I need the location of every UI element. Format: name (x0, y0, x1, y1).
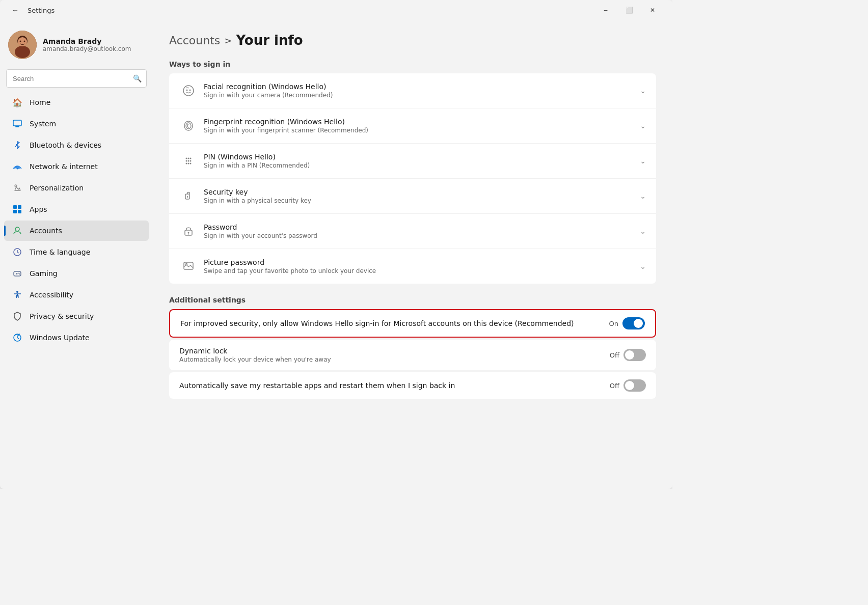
search-input[interactable] (6, 69, 147, 88)
dynamic-lock-desc: Automatically lock your device when you'… (179, 356, 600, 363)
sidebar-item-personalization[interactable]: Personalization (4, 178, 149, 198)
sidebar-item-system[interactable]: System (4, 114, 149, 134)
sidebar-item-label-bluetooth: Bluetooth & devices (30, 141, 101, 149)
privacy-icon (12, 311, 22, 321)
minimize-button[interactable]: – (594, 2, 617, 18)
gaming-icon (12, 268, 22, 279)
sidebar-item-accessibility[interactable]: Accessibility (4, 285, 149, 305)
sidebar-item-gaming[interactable]: Gaming (4, 263, 149, 284)
maximize-button[interactable]: ⬜ (617, 2, 641, 18)
picture-password-name: Picture password (204, 258, 640, 266)
windows-hello-only-name: For improved security, only allow Window… (180, 319, 599, 327)
fingerprint-item[interactable]: Fingerprint recognition (Windows Hello) … (169, 108, 656, 144)
dynamic-lock-item: Dynamic lock Automatically lock your dev… (169, 340, 656, 370)
sidebar-item-label-system: System (30, 120, 56, 128)
windows-hello-only-item: For improved security, only allow Window… (169, 309, 656, 338)
facial-recognition-text: Facial recognition (Windows Hello) Sign … (204, 82, 640, 99)
dynamic-lock-toggle[interactable] (623, 349, 646, 361)
sidebar-item-accounts[interactable]: Accounts (4, 221, 149, 241)
svg-rect-6 (13, 120, 21, 126)
svg-point-3 (18, 37, 27, 46)
sidebar-item-label-network: Network & internet (30, 162, 98, 171)
sidebar-item-bluetooth[interactable]: Bluetooth & devices (4, 135, 149, 155)
facial-recognition-item[interactable]: Facial recognition (Windows Hello) Sign … (169, 73, 656, 108)
svg-point-28 (183, 86, 194, 96)
network-icon (12, 161, 22, 172)
facial-recognition-name: Facial recognition (Windows Hello) (204, 82, 640, 91)
sidebar-item-label-update: Windows Update (30, 334, 90, 342)
sidebar-item-home[interactable]: 🏠 Home (4, 92, 149, 113)
windows-hello-only-toggle[interactable] (622, 317, 645, 329)
sign-in-options-card: Facial recognition (Windows Hello) Sign … (169, 73, 656, 284)
windows-hello-only-status: On (609, 320, 618, 327)
auto-save-apps-name: Automatically save my restartable apps a… (179, 381, 600, 390)
svg-point-16 (15, 227, 19, 231)
sidebar-item-label-home: Home (30, 98, 50, 106)
svg-point-38 (188, 163, 189, 164)
security-key-desc: Sign in with a physical security key (204, 197, 640, 204)
svg-point-4 (20, 41, 21, 42)
update-icon (12, 333, 22, 343)
picture-password-desc: Swipe and tap your favorite photo to unl… (204, 267, 640, 274)
system-icon (12, 119, 22, 129)
svg-rect-12 (13, 205, 17, 209)
apps-icon (12, 204, 22, 214)
svg-point-33 (190, 158, 192, 159)
pin-desc: Sign in with a PIN (Recommended) (204, 162, 640, 169)
main-content: Accounts > Your info Ways to sign in Fac… (153, 20, 672, 489)
pin-chevron-icon: ⌄ (640, 157, 646, 165)
sidebar-item-time[interactable]: Time & language (4, 242, 149, 262)
svg-point-36 (190, 160, 192, 162)
sidebar-item-label-accounts: Accounts (30, 227, 62, 235)
accounts-icon (12, 226, 22, 236)
sidebar-item-network[interactable]: Network & internet (4, 156, 149, 177)
toggle-knob (625, 350, 634, 360)
titlebar: ← Settings – ⬜ ✕ (0, 0, 672, 20)
breadcrumb-separator: > (224, 35, 232, 46)
auto-save-apps-text: Automatically save my restartable apps a… (179, 381, 600, 390)
dynamic-lock-toggle-right: Off (610, 349, 646, 361)
avatar (8, 31, 37, 59)
sidebar-item-apps[interactable]: Apps (4, 199, 149, 219)
close-button[interactable]: ✕ (641, 2, 664, 18)
back-button[interactable]: ← (8, 3, 22, 17)
fingerprint-desc: Sign in with your fingerprint scanner (R… (204, 127, 640, 134)
time-icon (12, 247, 22, 257)
svg-point-5 (24, 41, 25, 42)
svg-point-10 (17, 168, 18, 170)
toggle-knob (634, 319, 643, 328)
fingerprint-name: Fingerprint recognition (Windows Hello) (204, 118, 640, 126)
user-name: Amanda Brady (43, 37, 131, 45)
password-item[interactable]: Password Sign in with your account's pas… (169, 214, 656, 249)
avatar-image (8, 31, 37, 59)
facial-recognition-desc: Sign in with your camera (Recommended) (204, 92, 640, 99)
titlebar-left: ← Settings (8, 3, 55, 17)
breadcrumb-parent: Accounts (169, 34, 220, 47)
fingerprint-text: Fingerprint recognition (Windows Hello) … (204, 118, 640, 134)
svg-point-35 (188, 160, 189, 162)
additional-settings-heading: Additional settings (169, 296, 656, 304)
svg-point-29 (186, 90, 188, 91)
picture-password-icon (179, 257, 198, 276)
pin-icon (179, 152, 198, 170)
sidebar-item-label-personalization: Personalization (30, 184, 84, 192)
sidebar-item-update[interactable]: Windows Update (4, 327, 149, 348)
pin-item[interactable]: PIN (Windows Hello) Sign in with a PIN (… (169, 144, 656, 179)
svg-rect-14 (13, 210, 17, 213)
bluetooth-icon (12, 140, 22, 150)
svg-point-11 (15, 185, 17, 187)
svg-rect-15 (18, 210, 21, 213)
sidebar-item-label-gaming: Gaming (30, 269, 58, 278)
svg-rect-41 (187, 196, 188, 198)
svg-point-43 (188, 232, 189, 234)
security-key-item[interactable]: Security key Sign in with a physical sec… (169, 179, 656, 214)
auto-save-apps-toggle[interactable] (623, 379, 646, 392)
svg-rect-13 (18, 205, 21, 209)
dynamic-lock-status: Off (610, 351, 619, 359)
picture-password-item[interactable]: Picture password Swipe and tap your favo… (169, 249, 656, 284)
password-desc: Sign in with your account's password (204, 232, 640, 239)
password-chevron-icon: ⌄ (640, 227, 646, 235)
sidebar-item-privacy[interactable]: Privacy & security (4, 306, 149, 326)
svg-point-32 (188, 158, 189, 159)
svg-point-39 (190, 163, 192, 164)
